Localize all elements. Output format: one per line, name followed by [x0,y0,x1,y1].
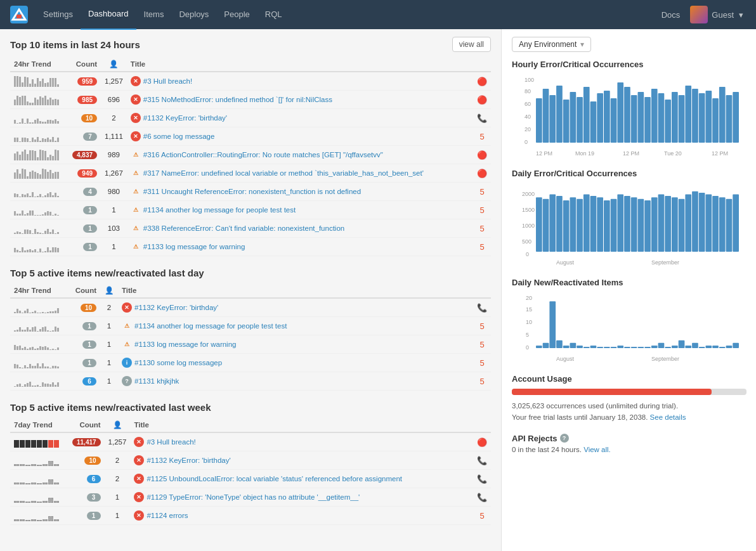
item-title[interactable]: #1132 KeyError: 'birthday' [147,457,230,464]
error-icon: ✕ [134,455,144,465]
trend-cell [10,488,68,507]
count-cell: 989 [101,146,127,164]
title-cell: i #1130 some log messagep [118,354,473,372]
svg-text:Tue 20: Tue 20 [664,150,682,157]
count-badge: 7 [83,133,97,141]
api-rejects-title: API Rejects ? [512,434,746,443]
svg-rect-107 [679,340,685,348]
svg-rect-18 [597,93,603,143]
svg-text:500: 500 [522,238,531,245]
count-cell: 2 [101,109,127,127]
svg-rect-13 [563,100,570,143]
environment-dropdown[interactable]: Any Environment ▾ [512,37,591,52]
item-title[interactable]: #1132 KeyError: 'birthday' [143,114,227,122]
nav-docs[interactable]: Docs [662,10,681,20]
html-icon: 5 [479,377,484,386]
count-cell: 1,257 [101,72,127,91]
col-header-users-day: 👤 [100,283,118,298]
nav-dashboard[interactable]: Dashboard [81,0,136,30]
environment-label: Any Environment [519,40,577,49]
nav-rql[interactable]: RQL [257,0,290,29]
svg-text:20: 20 [526,295,532,301]
top5week-table: 7day Trend Count 👤 Title 11,417 1,257 ✕ … [10,418,491,525]
error-icon: ✕ [131,94,141,105]
item-title[interactable]: #1133 log message for warning [134,340,236,348]
svg-rect-112 [712,346,719,348]
table-row: 1 1 ⚠ #1134 another log message for peop… [10,317,491,335]
logo-icon[interactable] [10,6,28,23]
svg-rect-2 [16,15,22,18]
count-cell: 1 [100,317,118,335]
svg-rect-50 [543,199,549,252]
item-title[interactable]: #1129 TypeError: 'NoneType' object has n… [147,493,360,501]
item-title[interactable]: #1132 KeyError: 'birthday' [134,304,218,311]
item-title[interactable]: #315 NoMethodError: undefined method `[]… [143,96,332,103]
nav-settings[interactable]: Settings [36,0,81,29]
platform-cell: 🔴 [473,146,491,164]
html-icon: 5 [479,224,484,233]
item-title[interactable]: #311 Uncaught ReferenceError: nonexisten… [143,188,361,195]
item-title[interactable]: #1125 UnboundLocalError: local variable … [147,475,402,483]
count-badge: 6 [82,377,96,386]
svg-text:12 PM: 12 PM [623,150,639,157]
title-cell: ✕ #1124 errors [130,507,473,525]
error-icon: ✕ [134,510,144,521]
item-title[interactable]: #1130 some log messagep [134,359,222,366]
svg-text:12 PM: 12 PM [712,150,728,157]
item-title[interactable]: #317 NameError: undefined local variable… [143,169,424,177]
item-title[interactable]: #3 Hull breach! [143,77,192,85]
svg-rect-66 [651,197,658,252]
item-title[interactable]: #316 ActionController::RoutingError: No … [143,151,383,159]
svg-rect-68 [665,196,671,252]
item-title[interactable]: #3 Hull breach! [147,438,195,446]
error-icon: ✕ [134,492,144,502]
top10-header: Top 10 items in last 24 hours view all [10,37,491,52]
count-badge: 1 [82,340,96,349]
col-header-title-week: Title [130,418,473,432]
see-details-link[interactable]: See details [650,413,686,421]
svg-rect-27 [658,93,665,143]
view-all-button[interactable]: view all [452,37,491,52]
col-header-trend-day: 24hr Trend [10,283,68,298]
error-icon: ✕ [134,474,144,484]
nav-items[interactable]: Items [136,0,172,29]
nav-deploys[interactable]: Deploys [171,0,216,29]
svg-rect-109 [692,343,698,348]
nav-people[interactable]: People [216,0,257,29]
count-cell: 2 [100,298,118,317]
phone-icon: 📞 [477,474,487,484]
count-cell: 1,267 [101,164,127,183]
svg-rect-58 [597,197,603,252]
svg-rect-49 [536,197,542,252]
item-title[interactable]: #1131 khjkjhk [134,377,179,385]
help-icon[interactable]: ? [560,434,569,443]
trend-cell [10,354,68,372]
platform-cell: 🔴 [473,72,491,91]
badge-cell: 4,837 [68,146,101,164]
count-badge: 3 [87,493,101,502]
svg-rect-55 [577,199,583,252]
top5day-table: 24hr Trend Count 👤 Title 10 2 ✕ #1132 Ke… [10,283,491,391]
item-title[interactable]: #1124 errors [147,512,188,519]
svg-rect-104 [658,343,665,348]
title-cell: ⚠ #317 NameError: undefined local variab… [127,164,473,183]
item-title[interactable]: #1133 log message for warning [143,243,245,250]
item-title[interactable]: #338 ReferenceError: Can't find variable… [143,224,344,232]
new-items-chart-title: Daily New/Reactivated Items [512,278,746,287]
svg-rect-115 [733,343,739,348]
trend-cell [10,72,68,91]
item-title[interactable]: #6 some log message [143,133,215,140]
top10-section: Top 10 items in last 24 hours view all 2… [10,37,491,256]
col-header-trend-week: 7day Trend [10,418,68,432]
nav-user[interactable]: Guest ▾ [690,6,746,23]
item-title[interactable]: #1134 another log message for people tes… [134,322,287,330]
warning-icon: ⚠ [131,186,141,197]
svg-rect-99 [624,347,630,348]
svg-rect-70 [679,199,685,252]
html-icon: 5 [479,358,484,368]
item-title[interactable]: #1134 another log message for people tes… [143,206,296,214]
count-badge: 11,417 [72,438,101,446]
svg-text:August: August [556,356,575,362]
count-badge: 10 [84,457,100,465]
view-all-link[interactable]: View all. [583,446,611,453]
